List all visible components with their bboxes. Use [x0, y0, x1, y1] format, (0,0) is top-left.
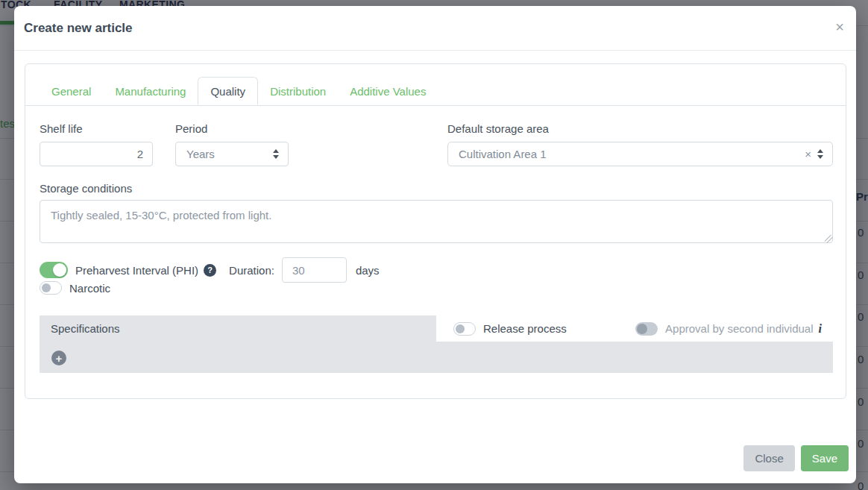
duration-label: Duration: — [229, 264, 274, 277]
updown-icon — [817, 149, 823, 159]
approval-toggle[interactable] — [635, 322, 658, 336]
modal-title: Create new article — [24, 21, 133, 36]
specifications-toggles-row: Release process Approval by second indiv… — [436, 315, 833, 342]
save-button[interactable]: Save — [801, 445, 849, 471]
narcotic-row: Narcotic — [40, 281, 110, 295]
narcotic-label: Narcotic — [69, 282, 110, 295]
release-process-toggle[interactable] — [453, 322, 476, 336]
close-button[interactable]: Close — [743, 445, 794, 471]
specifications-title: Specifications — [51, 322, 120, 335]
header-divider — [14, 50, 856, 51]
close-icon[interactable]: × — [835, 19, 844, 34]
default-storage-area-value: Cultivation Area 1 — [459, 148, 805, 160]
add-specification-button[interactable]: + — [51, 351, 66, 365]
page: TOCK FACILITY MARKETING tes Price 0 0 0 … — [0, 0, 868, 490]
clear-icon[interactable]: × — [805, 148, 811, 160]
modal-footer: Close Save — [743, 445, 849, 471]
tab-quality[interactable]: Quality — [198, 77, 258, 105]
updown-icon — [273, 149, 279, 159]
default-storage-area-label: Default storage area — [447, 122, 549, 135]
default-storage-area-select[interactable]: Cultivation Area 1 × — [447, 142, 833, 166]
tab-manufacturing[interactable]: Manufacturing — [103, 77, 198, 105]
approval-label: Approval by second individual — [665, 322, 813, 335]
tab-additive-values[interactable]: Additive Values — [338, 77, 438, 105]
period-select[interactable]: Years — [175, 142, 289, 166]
approval-group: Approval by second individual i — [635, 322, 822, 336]
narcotic-toggle[interactable] — [40, 281, 62, 295]
phi-label: Preharvest Interval (PHI) — [75, 264, 198, 277]
tab-bar: General Manufacturing Quality Distributi… — [40, 77, 438, 105]
tab-general[interactable]: General — [40, 77, 103, 105]
tab-card: General Manufacturing Quality Distributi… — [25, 63, 846, 399]
create-article-modal: Create new article × General Manufacturi… — [14, 6, 856, 483]
phi-toggle[interactable] — [40, 262, 68, 278]
storage-conditions-textarea[interactable]: Tightly sealed, 15-30°C, protected from … — [40, 200, 833, 243]
period-label: Period — [175, 122, 207, 135]
tabs-underline — [25, 105, 846, 106]
tab-distribution[interactable]: Distribution — [258, 77, 338, 105]
shelf-life-input[interactable] — [40, 142, 153, 166]
duration-suffix: days — [356, 264, 380, 277]
shelf-life-label: Shelf life — [40, 122, 83, 135]
specifications-panel: Specifications Release process Approval … — [40, 315, 833, 373]
duration-input[interactable] — [282, 257, 347, 283]
info-icon[interactable]: i — [819, 322, 822, 336]
help-icon[interactable]: ? — [204, 264, 216, 277]
phi-row: Preharvest Interval (PHI) ? Duration: da… — [40, 257, 380, 283]
release-process-label: Release process — [483, 322, 567, 335]
period-select-value: Years — [186, 148, 267, 160]
storage-conditions-label: Storage conditions — [40, 182, 132, 195]
